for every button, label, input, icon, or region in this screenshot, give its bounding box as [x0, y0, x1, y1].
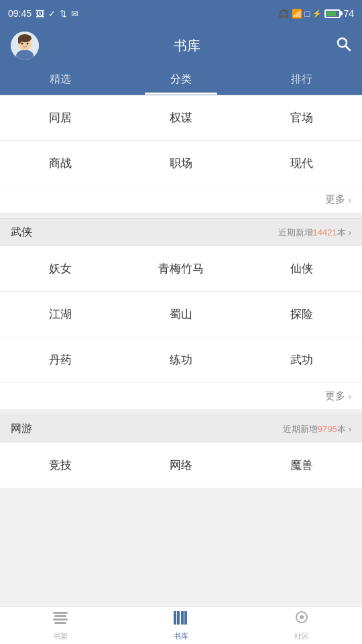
- category-danyao[interactable]: 丹药: [0, 337, 121, 383]
- category-guanchang[interactable]: 官场: [241, 95, 362, 141]
- category-liangong[interactable]: 练功: [121, 337, 241, 383]
- general-grid-row1: 同居 权谋 官场: [0, 95, 362, 141]
- wuxia-row1: 妖女 青梅竹马 仙侠: [0, 246, 362, 292]
- category-tongjv[interactable]: 同居: [0, 95, 121, 141]
- general-grid-row2: 商战 职场 现代: [0, 141, 362, 186]
- battery-icon: [324, 9, 341, 18]
- svg-line-8: [346, 46, 351, 51]
- nav-community-label: 社区: [294, 631, 309, 641]
- nav-shelf-label: 书架: [53, 631, 68, 641]
- search-button[interactable]: [335, 36, 351, 56]
- library-icon: [172, 610, 190, 629]
- wuxia-header: 武侠 近期新增14421本 ›: [0, 218, 362, 246]
- category-shangzhan[interactable]: 商战: [0, 141, 121, 186]
- more-arrow-icon: ›: [348, 195, 351, 205]
- check-icon: ✓: [48, 9, 56, 19]
- message-icon: ✉: [71, 9, 78, 19]
- headphone-icon: 🎧: [278, 9, 289, 19]
- category-tanxian[interactable]: 探险: [241, 292, 362, 337]
- wangyou-arrow-icon: ›: [349, 424, 351, 434]
- category-jingji[interactable]: 竞技: [0, 443, 121, 488]
- avatar[interactable]: [11, 32, 39, 60]
- svg-point-6: [27, 43, 29, 45]
- category-jianghu[interactable]: 江湖: [0, 292, 121, 337]
- tab-ranking[interactable]: 排行: [241, 64, 362, 95]
- bottom-nav: 书架 书库 社区: [0, 606, 362, 644]
- general-section: 同居 权谋 官场 商战 职场 现代 更多 ›: [0, 95, 362, 213]
- category-qingmeizhumma[interactable]: 青梅竹马: [121, 246, 241, 292]
- status-left: 09:45 🖼 ✓ ⇅ ✉: [8, 8, 78, 19]
- svg-point-18: [300, 615, 304, 619]
- category-yaonv[interactable]: 妖女: [0, 246, 121, 292]
- status-right: 🎧 📶 □ ⚡ 74: [278, 8, 354, 19]
- tab-category[interactable]: 分类: [121, 64, 241, 95]
- signal-icon: □: [305, 9, 310, 19]
- wangyou-new[interactable]: 近期新增9795本 ›: [283, 423, 351, 435]
- wuxia-section: 武侠 近期新增14421本 › 妖女 青梅竹马 仙侠 江湖 蜀山 探险 丹药 练…: [0, 218, 362, 409]
- svg-rect-11: [53, 619, 68, 621]
- header: 书库: [0, 27, 362, 64]
- svg-rect-4: [18, 38, 21, 44]
- category-mashou[interactable]: 魔兽: [241, 443, 362, 488]
- nav-library-label: 书库: [174, 631, 188, 641]
- svg-point-5: [21, 43, 23, 45]
- tabs: 精选 分类 排行: [0, 64, 362, 95]
- image-icon: 🖼: [36, 9, 44, 19]
- category-wugong[interactable]: 武功: [241, 337, 362, 383]
- category-xianxia[interactable]: 仙侠: [241, 246, 362, 292]
- tab-featured[interactable]: 精选: [0, 64, 121, 95]
- wuxia-more[interactable]: 更多 ›: [0, 383, 362, 409]
- usb-icon: ⇅: [60, 9, 67, 19]
- shelf-icon: [52, 610, 69, 629]
- wangyou-section: 网游 近期新增9795本 › 竞技 网络 魔兽: [0, 415, 362, 488]
- status-bar: 09:45 🖼 ✓ ⇅ ✉ 🎧 📶 □ ⚡ 74: [0, 0, 362, 27]
- wuxia-more-arrow-icon: ›: [348, 391, 351, 402]
- time: 09:45: [8, 8, 32, 19]
- category-quanmou[interactable]: 权谋: [121, 95, 241, 141]
- wangyou-title: 网游: [11, 422, 32, 436]
- category-shushan[interactable]: 蜀山: [121, 292, 241, 337]
- lightning-icon: ⚡: [312, 9, 322, 18]
- svg-rect-10: [54, 615, 66, 617]
- nav-shelf[interactable]: 书架: [0, 607, 121, 644]
- wuxia-row2: 江湖 蜀山 探险: [0, 292, 362, 337]
- wifi-icon: 📶: [292, 9, 302, 19]
- svg-rect-9: [53, 612, 68, 614]
- nav-community[interactable]: 社区: [241, 607, 362, 644]
- header-title: 书库: [174, 37, 200, 55]
- wuxia-title: 武侠: [11, 225, 32, 239]
- category-xiandai[interactable]: 现代: [241, 141, 362, 186]
- wuxia-arrow-icon: ›: [349, 227, 351, 237]
- svg-rect-12: [54, 622, 66, 624]
- battery-level: 74: [343, 8, 354, 19]
- main-content: 同居 权谋 官场 商战 职场 现代 更多 › 武侠 近期新增14421本 › 妖…: [0, 95, 362, 604]
- category-wangluo[interactable]: 网络: [121, 443, 241, 488]
- wuxia-new[interactable]: 近期新增14421本 ›: [278, 227, 352, 239]
- nav-library[interactable]: 书库: [121, 607, 241, 644]
- category-zhichang[interactable]: 职场: [121, 141, 241, 186]
- general-more[interactable]: 更多 ›: [0, 186, 362, 213]
- community-icon: [293, 610, 310, 629]
- wuxia-row3: 丹药 练功 武功: [0, 337, 362, 383]
- wangyou-row1: 竞技 网络 魔兽: [0, 443, 362, 488]
- wangyou-header: 网游 近期新增9795本 ›: [0, 415, 362, 443]
